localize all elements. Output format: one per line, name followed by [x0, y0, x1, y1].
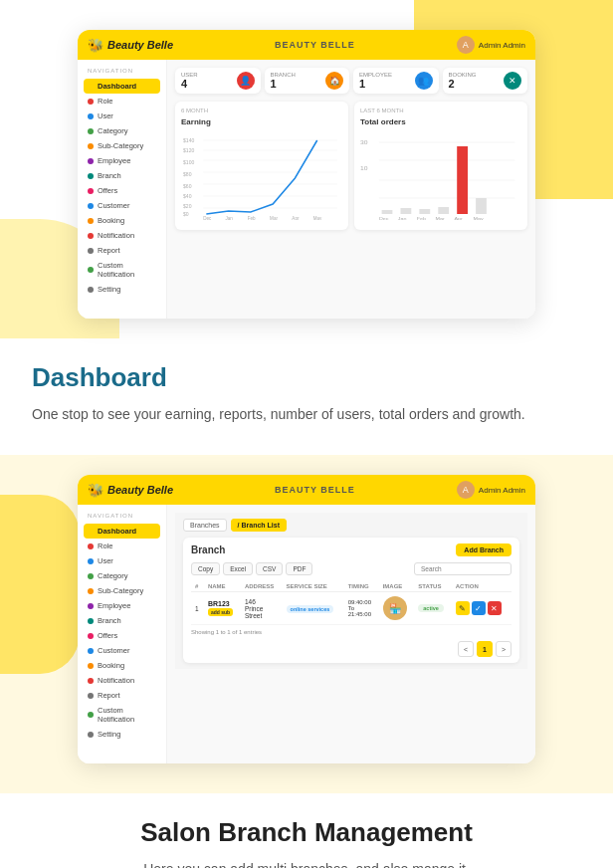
stat-card-booking: BOOKING 2 ✕ — [443, 68, 528, 94]
branch-sidebar-item-report[interactable]: Report — [84, 688, 160, 703]
sidebar-item-role[interactable]: Role — [84, 94, 160, 108]
app-main: USER 4 👤 BRANCH 1 🏠 EM — [167, 60, 535, 319]
sidebar-item-notification[interactable]: Notification — [84, 228, 160, 243]
dot — [88, 648, 94, 654]
sidebar-label-category: Category — [98, 126, 127, 135]
lbl: Customer — [98, 646, 130, 655]
branch-sidebar-item-offers[interactable]: Offers — [84, 628, 160, 643]
sidebar-label-branch: Branch — [98, 171, 121, 180]
sidebar-dot-subcategory — [88, 143, 94, 149]
sidebar-nav-label: NAVIGATION — [84, 68, 160, 74]
add-branch-button[interactable]: Add Branch — [456, 543, 511, 556]
branch-bee-icon: 🐝 — [88, 483, 103, 498]
showing-text: Showing 1 to 1 of 1 entries — [191, 629, 511, 635]
branch-sidebar-item-setting[interactable]: Setting — [84, 727, 160, 742]
sidebar-item-employee[interactable]: Employee — [84, 153, 160, 168]
sidebar-label-customer: Customer — [98, 201, 130, 210]
sidebar-dot-employee — [88, 158, 94, 164]
branch-sidebar-item-category[interactable]: Category — [84, 568, 160, 583]
svg-rect-27 — [382, 210, 393, 214]
excel-button[interactable]: Excel — [223, 562, 253, 575]
lbl: Branch — [98, 616, 121, 625]
branch-sidebar-item-custom-notif[interactable]: Custom Notification — [84, 703, 160, 727]
svg-text:Mar: Mar — [436, 217, 446, 220]
dashboard-text-section: Dashboard One stop to see your earning, … — [0, 338, 613, 455]
dot — [88, 633, 94, 639]
csv-button[interactable]: CSV — [256, 562, 283, 575]
branch-logo-image: 🏪 — [383, 596, 407, 620]
branch-sidebar-item-role[interactable]: Role — [84, 539, 160, 553]
sidebar-dot-user — [88, 113, 94, 119]
action-delete-button[interactable]: ✕ — [488, 601, 502, 615]
td-num: 1 — [191, 592, 204, 625]
sidebar-item-branch[interactable]: Branch — [84, 168, 160, 183]
svg-rect-30 — [438, 207, 449, 214]
sidebar-label-notification: Notification — [98, 231, 134, 240]
dot — [88, 588, 94, 594]
sidebar-item-category[interactable]: Category — [84, 123, 160, 138]
sidebar-dot-report — [88, 248, 94, 254]
td-status: active — [414, 592, 451, 625]
pdf-button[interactable]: PDF — [286, 562, 312, 575]
branch-sidebar-item-customer[interactable]: Customer — [84, 643, 160, 658]
sidebar-label-custom-notification: Custom Notification — [98, 261, 156, 279]
branch-sidebar-item-dashboard[interactable]: Dashboard — [84, 524, 160, 539]
sidebar-item-subcategory[interactable]: Sub-Category — [84, 138, 160, 153]
stat-card-branch: BRANCH 1 🏠 — [265, 68, 350, 94]
branch-user-avatar: A — [457, 481, 475, 499]
action-view-button[interactable]: ✎ — [456, 601, 470, 615]
sidebar-item-booking[interactable]: Booking — [84, 213, 160, 228]
breadcrumb-row: Branches / Branch List — [183, 519, 519, 532]
stat-icon-branch: 🏠 — [325, 72, 343, 90]
branch-sidebar-item-employee[interactable]: Employee — [84, 598, 160, 613]
svg-rect-31 — [457, 146, 468, 214]
branch-content: Branches / Branch List Branch Add Branch… — [175, 513, 527, 669]
svg-text:Apr: Apr — [292, 216, 300, 220]
stat-icon-user: 👤 — [237, 72, 255, 90]
breadcrumb-branches[interactable]: Branches — [183, 519, 227, 532]
bottom-section: 🐝 Beauty Belle BEAUTY BELLE A Admin Admi… — [0, 455, 613, 793]
lbl: Notification — [98, 676, 134, 685]
sidebar-item-dashboard[interactable]: Dashboard — [84, 79, 160, 94]
copy-button[interactable]: Copy — [191, 562, 220, 575]
stat-info-employee: EMPLOYEE 1 — [359, 72, 392, 90]
page-prev-button[interactable]: < — [458, 641, 474, 657]
lbl: Employee — [98, 601, 130, 610]
sidebar-item-offers[interactable]: Offers — [84, 183, 160, 198]
sidebar-label-role: Role — [98, 97, 112, 106]
sidebar-label-report: Report — [98, 246, 120, 255]
sidebar-item-customer[interactable]: Customer — [84, 198, 160, 213]
page-next-button[interactable]: > — [496, 641, 511, 657]
sidebar-item-user[interactable]: User — [84, 108, 160, 123]
branch-app-logo: 🐝 Beauty Belle — [88, 483, 173, 498]
branch-sidebar-item-user[interactable]: User — [84, 553, 160, 568]
sidebar-dot-role — [88, 99, 94, 105]
branch-search-input[interactable] — [414, 562, 511, 575]
branch-sidebar-item-branch[interactable]: Branch — [84, 613, 160, 628]
top-section: 🐝 Beauty Belle BEAUTY BELLE A Admin Admi… — [0, 0, 613, 338]
breadcrumb-branch-list[interactable]: / Branch List — [231, 519, 287, 532]
branch-sidebar-item-subcategory[interactable]: Sub-Category — [84, 583, 160, 598]
page-1-button[interactable]: 1 — [477, 641, 493, 657]
branch-sidebar-item-booking[interactable]: Booking — [84, 658, 160, 673]
branch-heading: Salon Branch Management — [32, 817, 581, 848]
sidebar-label-employee: Employee — [98, 156, 130, 165]
th-timing: TIMING — [344, 581, 379, 592]
branch-header-title: BEAUTY BELLE — [275, 485, 355, 495]
sidebar-dot-notification — [88, 233, 94, 239]
svg-text:Apr: Apr — [455, 217, 464, 220]
sidebar-label-setting: Setting — [98, 285, 120, 294]
action-edit-button[interactable]: ✓ — [472, 601, 486, 615]
sidebar-item-custom-notification[interactable]: Custom Notification — [84, 258, 160, 282]
branch-sidebar-item-notification[interactable]: Notification — [84, 673, 160, 688]
branch-app-logo-text: Beauty Belle — [107, 484, 173, 496]
svg-text:$80: $80 — [183, 171, 192, 177]
svg-text:Jan: Jan — [226, 216, 234, 220]
svg-text:Feb: Feb — [417, 217, 427, 220]
sidebar-item-report[interactable]: Report — [84, 243, 160, 258]
pagination: < 1 > — [191, 641, 511, 657]
dot — [88, 529, 94, 535]
lbl: Category — [98, 571, 127, 580]
sidebar-item-setting[interactable]: Setting — [84, 282, 160, 297]
svg-text:May: May — [473, 217, 484, 220]
